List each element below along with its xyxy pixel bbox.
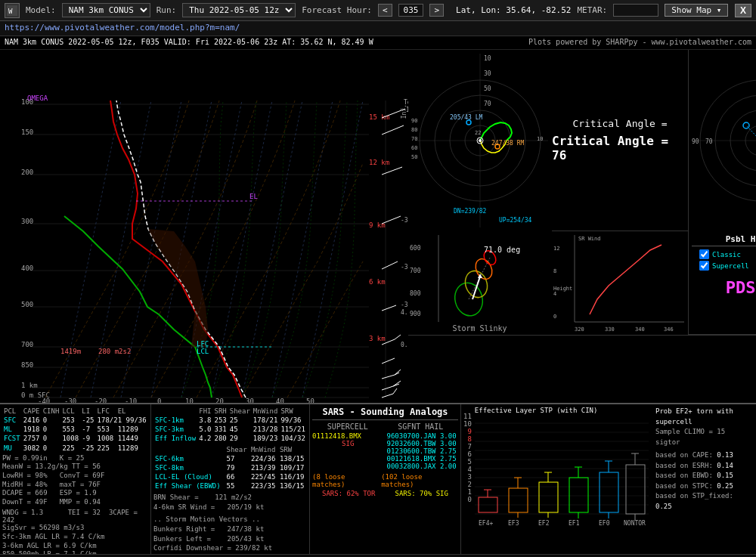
- sars-panel: SARS - Sounding Analogs SUPERCELL SGFNT …: [310, 404, 461, 554]
- top-bar: W Model: NAM 3km CONUS Run: Thu 2022-05-…: [0, 0, 756, 21]
- psbl-haz-panel: Psbl Haz. Type Classic Supercell P: [689, 231, 756, 334]
- title-bar: NAM 3km CONUS 2022-05-05 12z, F035 VALID…: [0, 36, 756, 50]
- svg-text:70: 70: [411, 136, 417, 142]
- svg-text:-40: -40: [38, 398, 50, 403]
- svg-text:600: 600: [410, 245, 421, 252]
- forecast-value: 035: [398, 4, 424, 17]
- footer: © 2015-2022 pivotalweather.com - Soundin…: [0, 554, 756, 557]
- sgfnt-hail-col-label: SGFNT HAIL: [398, 422, 443, 431]
- skewt-panel: 100 150 200 300 400 500 700 850 1 km 0 m…: [0, 50, 408, 403]
- svg-text:-10: -10: [125, 398, 137, 403]
- svg-text:-30: -30: [64, 398, 76, 403]
- supercell-checkbox[interactable]: [699, 249, 709, 259]
- forecast-prev-btn[interactable]: <: [378, 4, 392, 17]
- svg-text:300: 300: [21, 218, 33, 225]
- svg-text:8: 8: [553, 268, 556, 274]
- svg-text:-3: -3: [401, 302, 408, 308]
- svg-text:EF1: EF1: [569, 520, 580, 525]
- metar-input[interactable]: [613, 4, 658, 17]
- svg-text:800: 800: [410, 290, 421, 297]
- svg-text:OMEGA: OMEGA: [27, 94, 48, 102]
- wind-profile-panel: 12 8 4 0 320 330 340 346 SR Wind Height: [552, 231, 689, 334]
- metar-label: METAR:: [577, 5, 607, 15]
- sars-title: SARS - Sounding Analogs: [312, 407, 458, 420]
- supercell-col-label: SUPERCELL: [327, 422, 368, 431]
- svg-text:SR Wind: SR Wind: [578, 236, 601, 242]
- sgfnt-entry-3: 00121618.BMX 2.75: [387, 455, 459, 463]
- svg-text:Height: Height: [553, 286, 572, 292]
- psbl-haz-value: PDS TOR: [726, 278, 756, 297]
- svg-text:UP=254/34: UP=254/34: [499, 217, 532, 224]
- svg-text:30: 30: [246, 398, 254, 403]
- stp-title: Effective Layer STP (with CIN): [475, 407, 652, 414]
- svg-text:-3: -3: [401, 264, 408, 271]
- svg-text:900: 900: [410, 311, 421, 317]
- svg-text:0: 0: [553, 314, 556, 320]
- supercell-tag: SIG: [312, 440, 384, 447]
- svg-text:4: 4: [553, 291, 556, 297]
- svg-text:1419m: 1419m: [60, 348, 81, 355]
- svg-rect-131: [408, 231, 552, 335]
- supercell2-checkbox[interactable]: [699, 261, 709, 271]
- model-select[interactable]: NAM 3km CONUS: [62, 3, 150, 17]
- svg-text:12 km: 12 km: [369, 159, 389, 166]
- svg-text:40: 40: [276, 398, 284, 403]
- svg-text:20: 20: [215, 398, 224, 403]
- svg-text:700: 700: [410, 268, 421, 274]
- svg-text:NONTOR: NONTOR: [624, 520, 646, 525]
- svg-text:150: 150: [21, 128, 33, 136]
- lat-lon-label: Lat, Lon: 35.64, -82.52: [456, 5, 571, 15]
- svg-text:60: 60: [411, 145, 417, 151]
- svg-text:90: 90: [692, 138, 699, 145]
- svg-text:LFC: LFC: [197, 340, 209, 348]
- svg-text:50: 50: [411, 154, 417, 160]
- svg-text:70: 70: [484, 101, 491, 107]
- svg-text:500: 500: [21, 301, 33, 308]
- url-text: https://www.pivotalweather.com/model.php…: [5, 23, 240, 32]
- svg-text:EF3: EF3: [508, 520, 519, 525]
- critical-angle-value: Critical Angle = 76: [552, 134, 688, 162]
- right-panels: 10 30 50 70 90 80 70 60 50 10: [408, 50, 756, 403]
- sgfnt-entry-1: 92032600.TBW 3.00: [387, 440, 459, 447]
- svg-text:200: 200: [21, 169, 33, 176]
- powered-by: Plots powered by SHARPpy - www.pivotalwe…: [528, 38, 751, 48]
- stp-panel: 11 10 9 8 7 6 5 4 3 2 1 0 Effective Laye…: [461, 404, 756, 554]
- svg-text:320: 320: [575, 326, 584, 333]
- svg-text:10: 10: [484, 55, 491, 62]
- svg-text:EL: EL: [249, 193, 258, 200]
- model-label: Model:: [26, 5, 56, 15]
- svg-rect-144: [552, 231, 688, 335]
- svg-text:22: 22: [475, 130, 481, 136]
- forecast-next-btn[interactable]: >: [429, 4, 444, 17]
- forecast-label: Forecast Hour:: [302, 5, 372, 15]
- svg-text:15 km: 15 km: [369, 113, 389, 121]
- svg-text:247/38 RM: 247/38 RM: [491, 140, 525, 147]
- svg-text:10: 10: [537, 136, 543, 142]
- sgfnt-entry-0: 96030700.JAN 3.00: [387, 432, 459, 440]
- params-left: PCL CAPE CINH LCL LI LFC EL SFC 2416 0 2…: [0, 404, 151, 554]
- svg-point-102: [479, 139, 482, 142]
- svg-text:50: 50: [306, 398, 314, 403]
- svg-text:330: 330: [605, 326, 615, 333]
- close-btn[interactable]: X: [735, 4, 751, 17]
- svg-text:70: 70: [705, 138, 713, 145]
- svg-text:W: W: [8, 8, 13, 15]
- sgfnt-entry-4: 00032800.JAX 2.00: [387, 463, 459, 470]
- params-mid: FHI SRH Shear MnWind SRW SFC-1km 3.82532…: [151, 404, 310, 554]
- run-label: Run:: [156, 5, 177, 15]
- sgfnt-entry-2: 01230600.TBW 2.75: [387, 447, 459, 455]
- svg-text:EF0: EF0: [599, 520, 610, 525]
- svg-text:4.0: 4.0: [401, 309, 408, 316]
- critical-angle-panel: Critical Angle = Critical Angle = 76: [552, 50, 689, 231]
- psbl-haz-title: Psbl Haz. Type: [692, 234, 756, 246]
- svg-text:-20: -20: [94, 398, 107, 403]
- svg-text:10: 10: [185, 398, 194, 403]
- supercell-id: 01112418.BMX: [312, 432, 384, 440]
- show-map-btn[interactable]: Show Map ▾: [665, 4, 728, 17]
- run-select[interactable]: Thu 2022-05-05 12z: [182, 3, 296, 17]
- svg-text:LCL: LCL: [197, 348, 209, 355]
- url-bar: https://www.pivotalweather.com/model.php…: [0, 21, 756, 36]
- svg-text:280 m2s2: 280 m2s2: [98, 348, 131, 355]
- svg-text:6 km: 6 km: [369, 278, 386, 286]
- critical-angle-label: Critical Angle =: [572, 118, 667, 129]
